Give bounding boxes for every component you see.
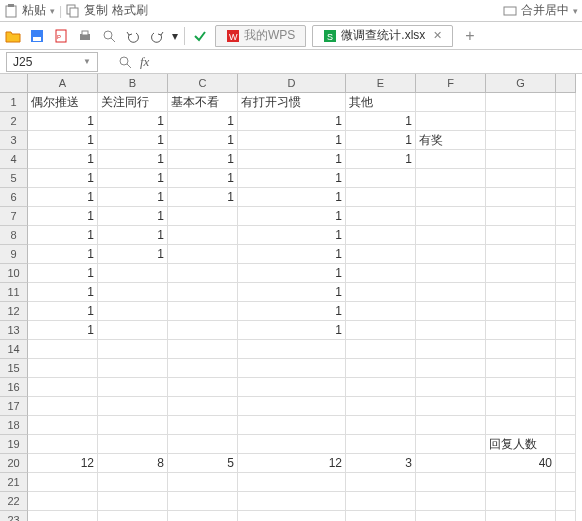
cell[interactable]: [556, 112, 576, 131]
cell[interactable]: [416, 435, 486, 454]
cell[interactable]: 1: [98, 188, 168, 207]
cell[interactable]: 1: [346, 150, 416, 169]
cell[interactable]: [346, 416, 416, 435]
cell[interactable]: [486, 321, 556, 340]
cell[interactable]: [486, 511, 556, 521]
cell[interactable]: [346, 283, 416, 302]
cell[interactable]: [168, 321, 238, 340]
cell[interactable]: 1: [98, 226, 168, 245]
cell[interactable]: 1: [98, 112, 168, 131]
row-header[interactable]: 21: [0, 473, 28, 492]
cell[interactable]: [416, 150, 486, 169]
col-header[interactable]: G: [486, 74, 556, 93]
row-header[interactable]: 10: [0, 264, 28, 283]
cell[interactable]: [416, 340, 486, 359]
col-header[interactable]: C: [168, 74, 238, 93]
cell[interactable]: 1: [238, 321, 346, 340]
print-button[interactable]: [76, 27, 94, 45]
cell[interactable]: 1: [98, 169, 168, 188]
cell[interactable]: 1: [98, 150, 168, 169]
cell[interactable]: [98, 435, 168, 454]
dropdown-arrow-icon[interactable]: ▾: [50, 6, 55, 16]
cell[interactable]: 1: [28, 112, 98, 131]
cell[interactable]: [168, 340, 238, 359]
row-header[interactable]: 3: [0, 131, 28, 150]
cell[interactable]: [346, 378, 416, 397]
cell[interactable]: 1: [238, 302, 346, 321]
cell[interactable]: [168, 473, 238, 492]
cell[interactable]: [556, 473, 576, 492]
cell[interactable]: [168, 397, 238, 416]
cell[interactable]: [486, 378, 556, 397]
cell[interactable]: [486, 340, 556, 359]
format-painter-label[interactable]: 格式刷: [112, 2, 148, 19]
cell[interactable]: 1: [238, 264, 346, 283]
row-header[interactable]: 8: [0, 226, 28, 245]
cell[interactable]: [486, 131, 556, 150]
row-header[interactable]: 18: [0, 416, 28, 435]
col-header[interactable]: [556, 74, 576, 93]
dropdown-arrow-icon[interactable]: ▼: [83, 57, 91, 66]
cell[interactable]: 1: [28, 264, 98, 283]
cell[interactable]: [28, 359, 98, 378]
cell[interactable]: [486, 150, 556, 169]
cell[interactable]: [416, 359, 486, 378]
fx-label[interactable]: fx: [140, 54, 149, 70]
cell[interactable]: [556, 454, 576, 473]
cell[interactable]: 有奖: [416, 131, 486, 150]
cell[interactable]: [346, 245, 416, 264]
name-box[interactable]: J25 ▼: [6, 52, 98, 72]
cell[interactable]: [556, 283, 576, 302]
cell[interactable]: [98, 511, 168, 521]
cell[interactable]: [556, 264, 576, 283]
pdf-button[interactable]: P: [52, 27, 70, 45]
cell[interactable]: 1: [238, 131, 346, 150]
merge-button[interactable]: [503, 4, 517, 18]
row-header[interactable]: 6: [0, 188, 28, 207]
col-header[interactable]: A: [28, 74, 98, 93]
cell[interactable]: 1: [238, 226, 346, 245]
cell[interactable]: [238, 397, 346, 416]
copy-button[interactable]: [66, 4, 80, 18]
cell[interactable]: [238, 359, 346, 378]
cell[interactable]: 3: [346, 454, 416, 473]
cell[interactable]: [486, 473, 556, 492]
cell[interactable]: [346, 492, 416, 511]
cell[interactable]: 1: [346, 131, 416, 150]
cell[interactable]: [556, 245, 576, 264]
cell[interactable]: [98, 359, 168, 378]
spreadsheet-grid[interactable]: A B C D E F G 1偶尔推送关注同行基本不看有打开习惯其他211111…: [0, 74, 582, 521]
cell[interactable]: [98, 397, 168, 416]
cell[interactable]: [168, 416, 238, 435]
cell[interactable]: 1: [238, 150, 346, 169]
cell[interactable]: [98, 492, 168, 511]
cell[interactable]: [346, 188, 416, 207]
row-header[interactable]: 9: [0, 245, 28, 264]
cell[interactable]: 1: [238, 207, 346, 226]
col-header[interactable]: B: [98, 74, 168, 93]
row-header[interactable]: 5: [0, 169, 28, 188]
zoom-icon[interactable]: [118, 55, 132, 69]
cell[interactable]: [556, 435, 576, 454]
cell[interactable]: [416, 207, 486, 226]
col-header[interactable]: E: [346, 74, 416, 93]
cell[interactable]: [28, 492, 98, 511]
cell[interactable]: [98, 473, 168, 492]
cell[interactable]: 1: [28, 207, 98, 226]
cell[interactable]: [98, 340, 168, 359]
row-header[interactable]: 22: [0, 492, 28, 511]
cell[interactable]: [416, 169, 486, 188]
cell[interactable]: 1: [28, 226, 98, 245]
cell[interactable]: [168, 302, 238, 321]
cell[interactable]: [238, 492, 346, 511]
cell[interactable]: 12: [28, 454, 98, 473]
new-tab-button[interactable]: +: [459, 27, 480, 45]
cell[interactable]: 1: [28, 245, 98, 264]
cell[interactable]: [486, 245, 556, 264]
cell[interactable]: [486, 93, 556, 112]
row-header[interactable]: 1: [0, 93, 28, 112]
tab-my-wps[interactable]: W 我的WPS: [215, 25, 306, 47]
cell[interactable]: [416, 283, 486, 302]
cell[interactable]: [168, 511, 238, 521]
cell[interactable]: 回复人数: [486, 435, 556, 454]
